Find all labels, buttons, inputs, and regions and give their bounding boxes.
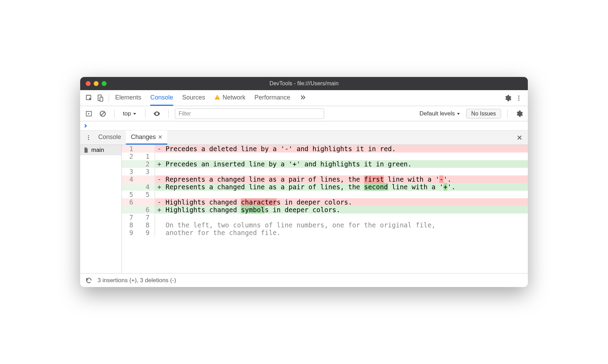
diff-marker [155,221,163,229]
close-tab-icon[interactable]: ✕ [158,134,162,140]
drawer-tab-changes-label: Changes [131,133,156,141]
context-selector-label: top [123,110,131,117]
console-filterbar: top Default levels No Issues [80,106,528,121]
svg-point-11 [88,137,89,138]
line-gutter: 55 [122,191,155,198]
tab-performance[interactable]: Performance [254,90,290,106]
diff-marker [155,153,163,160]
line-gutter: 2 [122,160,155,168]
line-gutter: 4 [122,183,155,191]
window-title: DevTools - file:///Users/main [80,80,528,87]
minimize-window-button[interactable] [94,81,99,86]
diff-code [163,214,528,221]
more-tabs-button[interactable] [299,90,307,106]
separator [145,110,145,118]
log-levels-selector[interactable]: Default levels [417,110,463,118]
svg-rect-2 [100,97,103,101]
context-selector[interactable]: top [121,110,139,118]
diff-marker: + [155,160,163,168]
tab-network-label: Network [222,94,245,101]
kebab-menu-icon[interactable] [513,93,524,104]
file-icon [83,146,89,154]
separator [109,94,109,102]
drawer-kebab-icon[interactable] [84,135,93,141]
tab-console[interactable]: Console [150,90,173,106]
console-prompt[interactable] [80,121,528,130]
diff-code: Precedes a deleted line by a '-' and hig… [163,145,528,153]
dropdown-triangle-icon [456,112,461,116]
separator [168,110,169,118]
svg-rect-3 [217,96,218,98]
diff-marker: - [155,175,163,183]
diff-line: 4-Represents a changed line as a pair of… [122,175,528,183]
line-gutter: 88 [122,221,155,229]
settings-icon[interactable] [502,93,513,104]
diff-line: 55 [122,191,528,198]
inspect-element-icon[interactable] [84,93,95,104]
drawer-tab-changes[interactable]: Changes ✕ [126,130,167,145]
traffic-lights [86,81,107,86]
tab-elements[interactable]: Elements [115,90,141,106]
close-window-button[interactable] [86,81,91,86]
diff-line: 33 [122,168,528,175]
changes-sidebar: main [80,145,122,273]
line-gutter: 6 [122,198,155,206]
log-levels-label: Default levels [420,110,455,117]
line-gutter: 77 [122,214,155,221]
line-gutter: 99 [122,229,155,236]
changes-panel: main 1-Precedes a deleted line by a '-' … [80,145,528,273]
line-gutter: 6 [122,206,155,214]
diff-line: 4+Represents a changed line as a pair of… [122,183,528,191]
diff-code [163,153,528,160]
tab-sources[interactable]: Sources [182,90,205,106]
live-expression-icon[interactable] [152,109,162,119]
separator [114,110,115,118]
file-name: main [91,147,104,154]
maximize-window-button[interactable] [102,81,107,86]
chevron-double-right-icon [299,94,307,101]
console-sidebar-toggle-icon[interactable] [84,109,94,119]
diff-view[interactable]: 1-Precedes a deleted line by a '-' and h… [122,145,528,273]
filter-input[interactable] [175,109,324,119]
diff-marker: + [155,206,163,214]
diff-line: 1-Precedes a deleted line by a '-' and h… [122,145,528,153]
diff-line: 6+Highlights changed symbols in deeper c… [122,206,528,214]
statusbar: 3 insertions (+), 3 deletions (-) [80,273,528,287]
revert-icon[interactable] [85,277,93,284]
changes-summary: 3 insertions (+), 3 deletions (-) [98,277,176,284]
diff-code: another for the changed file. [163,229,528,236]
issues-button[interactable]: No Issues [466,109,501,119]
dropdown-triangle-icon [133,112,137,116]
clear-console-icon[interactable] [98,109,108,119]
line-gutter: 33 [122,168,155,175]
tab-network[interactable]: Network [214,90,245,106]
device-toggle-icon[interactable] [95,93,106,104]
close-drawer-icon[interactable] [515,135,524,141]
diff-code: Represents a changed line as a pair of l… [163,175,528,183]
line-gutter: 21 [122,153,155,160]
diff-marker [155,214,163,221]
svg-point-6 [518,97,519,98]
diff-marker [155,229,163,236]
line-gutter: 4 [122,175,155,183]
drawer-tab-console[interactable]: Console [93,130,126,145]
diff-line: 6-Highlights changed characters in deepe… [122,198,528,206]
diff-marker [155,168,163,175]
diff-marker [155,191,163,198]
warning-icon [214,94,220,101]
svg-point-10 [88,135,89,136]
diff-code: Highlights changed characters in deeper … [163,198,528,206]
main-toolbar: Elements Console Sources Network Perform… [80,90,528,106]
svg-rect-4 [217,98,218,99]
file-item[interactable]: main [80,145,121,155]
diff-line: 99another for the changed file. [122,229,528,236]
diff-marker: - [155,198,163,206]
svg-point-5 [518,95,519,96]
diff-code: On the left, two columns of line numbers… [163,221,528,229]
diff-code: Represents a changed line as a pair of l… [163,183,528,191]
prompt-chevron-icon [84,124,88,128]
diff-marker: - [155,145,163,153]
console-settings-icon[interactable] [514,109,524,119]
line-gutter: 1 [122,145,155,153]
svg-point-7 [518,99,519,101]
